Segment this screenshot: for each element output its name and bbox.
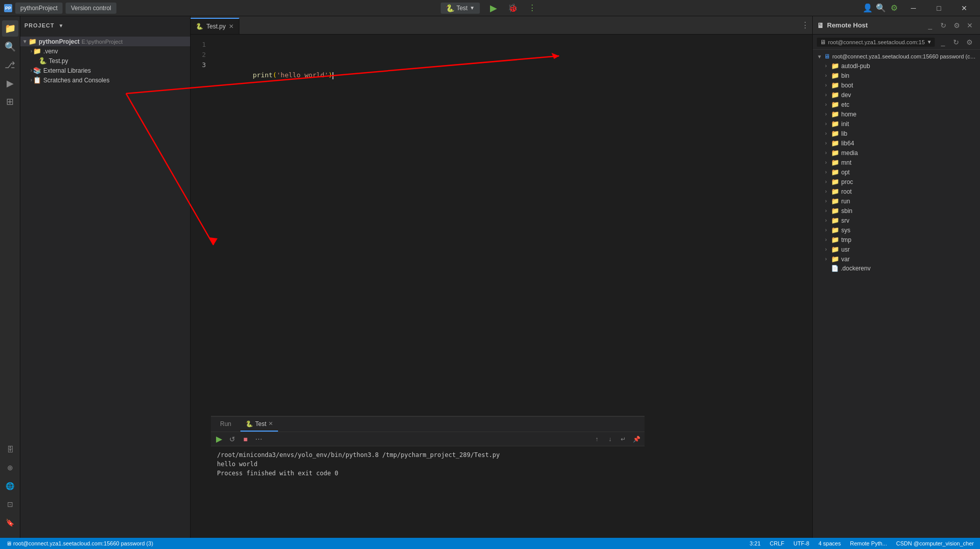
run-play-button[interactable]: ▶ bbox=[488, 3, 499, 14]
explorer-button[interactable]: 📁 bbox=[2, 20, 18, 37]
remote-tree-bin[interactable]: › 📁 bin bbox=[813, 71, 980, 80]
code-string: 'hello world' bbox=[277, 71, 328, 79]
stop-button[interactable]: ■ bbox=[239, 433, 252, 445]
remote-conn-refresh-button[interactable]: ↻ bbox=[950, 36, 962, 48]
remote-tree-etc[interactable]: › 📁 etc bbox=[813, 100, 980, 109]
remote-header-buttons: _ ↻ ⚙ ✕ bbox=[924, 19, 976, 32]
remote-panel-settings-button[interactable]: ⚙ bbox=[951, 19, 963, 32]
terminal-output[interactable]: /root/miniconda3/envs/yolo_env/bin/pytho… bbox=[211, 446, 645, 538]
remote-tree-proc[interactable]: › 📁 proc bbox=[813, 177, 980, 187]
status-line-ending[interactable]: CRLF bbox=[768, 538, 786, 549]
tab-more-button[interactable]: ⋮ bbox=[798, 16, 812, 34]
editor-tab-testpy[interactable]: 🐍 Test.py ✕ bbox=[191, 18, 239, 34]
test-tab[interactable]: 🐍 Test ✕ bbox=[240, 417, 278, 432]
rerun-button[interactable]: ▶ bbox=[213, 433, 225, 445]
remote-tree-opt[interactable]: › 📁 opt bbox=[813, 167, 980, 177]
project-name-button[interactable]: pythonProject bbox=[15, 3, 63, 14]
remote-tree-lib[interactable]: › 📁 lib bbox=[813, 129, 980, 138]
run-activity-button[interactable]: ▶ bbox=[2, 75, 18, 92]
tree-scratches[interactable]: › 📋 Scratches and Consoles bbox=[20, 75, 190, 85]
folder-tmp-icon: 📁 bbox=[831, 236, 839, 243]
remote-conn-chevron: ▼ bbox=[927, 39, 932, 45]
close-button[interactable]: ✕ bbox=[953, 0, 976, 16]
remote-panel-close-button[interactable]: ✕ bbox=[964, 19, 976, 32]
globe-button[interactable]: 🌐 bbox=[2, 478, 18, 494]
database-button[interactable]: 🗄 bbox=[2, 441, 18, 458]
remote-tree-boot[interactable]: › 📁 boot bbox=[813, 80, 980, 90]
remote-tree-var[interactable]: › 📁 var bbox=[813, 254, 980, 264]
remote-conn-close-button[interactable]: ✕ bbox=[976, 36, 980, 48]
remote-header-title: Remote Host bbox=[827, 21, 924, 29]
tree-root[interactable]: ▼ 📁 pythonProject E:\pythonProject bbox=[20, 37, 190, 46]
remote-tree-home[interactable]: › 📁 home bbox=[813, 109, 980, 119]
remote-root-chevron: ▼ bbox=[817, 54, 822, 59]
remote-panel-refresh-button[interactable]: ↻ bbox=[937, 19, 950, 32]
git-button[interactable]: ⎇ bbox=[2, 57, 18, 73]
bookmark-button[interactable]: 🔖 bbox=[2, 514, 18, 531]
remote-panel-hide-button[interactable]: _ bbox=[924, 19, 936, 32]
pin-button[interactable]: 📌 bbox=[630, 433, 642, 445]
remote-tree-run[interactable]: › 📁 run bbox=[813, 196, 980, 206]
vcs-button[interactable]: Version control bbox=[66, 3, 116, 14]
settings-button[interactable]: ⚙ bbox=[889, 3, 900, 14]
status-line-col[interactable]: 3:21 bbox=[748, 538, 762, 549]
file-tree: ▼ 📁 pythonProject E:\pythonProject › 📁 .… bbox=[20, 35, 190, 549]
scroll-up-button[interactable]: ↑ bbox=[591, 433, 603, 445]
remote-item-media-label: media bbox=[841, 149, 858, 157]
run-tab[interactable]: Run bbox=[215, 417, 236, 432]
run-debug-button[interactable]: 🐞 bbox=[507, 3, 518, 14]
rerun2-button[interactable]: ↺ bbox=[226, 433, 238, 445]
remote-tree-lib64[interactable]: › 📁 lib64 bbox=[813, 138, 980, 148]
remote-tree-init[interactable]: › 📁 init bbox=[813, 119, 980, 129]
chevron-proc-icon: › bbox=[823, 179, 829, 185]
remote-tree-autodl-pub[interactable]: › 📁 autodl-pub bbox=[813, 61, 980, 71]
bottom-panel: Run 🐍 Test ✕ ▶ ↺ ■ ⋯ ↑ ↓ ↵ 📌 /ro bbox=[211, 416, 645, 538]
more-button[interactable]: ⋯ bbox=[253, 433, 265, 445]
layers-button[interactable]: ⊕ bbox=[2, 460, 18, 476]
chevron-lib-icon: › bbox=[823, 131, 829, 136]
run-more-button[interactable]: ⋮ bbox=[527, 3, 538, 14]
remote-conn-minus-button[interactable]: _ bbox=[937, 36, 949, 48]
remote-tree-srv[interactable]: › 📁 srv bbox=[813, 216, 980, 225]
remote-tree-media[interactable]: › 📁 media bbox=[813, 148, 980, 158]
remote-tree-mnt[interactable]: › 📁 mnt bbox=[813, 158, 980, 167]
maximize-button[interactable]: □ bbox=[927, 0, 951, 16]
status-remote-host[interactable]: 🖥 root@connect.yza1.seetacloud.com:15660… bbox=[4, 538, 155, 549]
tree-testpy[interactable]: 🐍 Test.py bbox=[20, 56, 190, 66]
chevron-right-icon: › bbox=[30, 48, 32, 54]
remote-item-var-label: var bbox=[841, 256, 850, 263]
search-activity-button[interactable]: 🔍 bbox=[2, 39, 18, 55]
scroll-down-button[interactable]: ↓ bbox=[604, 433, 616, 445]
remote-tree-root[interactable]: › 📁 root bbox=[813, 187, 980, 196]
tree-venv[interactable]: › 📁 .venv bbox=[20, 46, 190, 56]
tab-label: Test.py bbox=[206, 23, 226, 30]
extensions-button[interactable]: ⊞ bbox=[2, 94, 18, 110]
remote-conn-settings-button[interactable]: ⚙ bbox=[963, 36, 975, 48]
terminal-line-2: hello world bbox=[217, 460, 638, 469]
remote-root-node[interactable]: ▼ 🖥 root@connect.yza1.seetacloud.com:156… bbox=[813, 52, 980, 61]
remote-header-icon: 🖥 bbox=[817, 21, 824, 29]
remote-tree-tmp[interactable]: › 📁 tmp bbox=[813, 235, 980, 245]
status-encoding[interactable]: UTF-8 bbox=[791, 538, 811, 549]
titlebar: PP pythonProject Version control 🐍 Test … bbox=[0, 0, 980, 16]
test-tab-close-button[interactable]: ✕ bbox=[268, 420, 273, 427]
statusbar: 🖥 root@connect.yza1.seetacloud.com:15660… bbox=[0, 538, 980, 549]
remote-tree-usr[interactable]: › 📁 usr bbox=[813, 245, 980, 254]
profile-button[interactable]: 👤 bbox=[862, 3, 873, 14]
terminal-activity-button[interactable]: ⊡ bbox=[2, 496, 18, 512]
soft-wrap-button[interactable]: ↵ bbox=[617, 433, 629, 445]
search-button[interactable]: 🔍 bbox=[875, 3, 886, 14]
sidebar-title: Project ▼ bbox=[24, 22, 64, 28]
folder-sbin-icon: 📁 bbox=[831, 207, 839, 215]
remote-tree-sys[interactable]: › 📁 sys bbox=[813, 225, 980, 235]
tab-close-button[interactable]: ✕ bbox=[229, 23, 234, 29]
run-config-button[interactable]: 🐍 Test ▼ bbox=[441, 3, 480, 14]
status-interpreter[interactable]: Remote Pyth... bbox=[848, 538, 889, 549]
minimize-button[interactable]: ─ bbox=[902, 0, 925, 16]
sidebar-header: Project ▼ bbox=[20, 16, 190, 35]
status-indent[interactable]: 4 spaces bbox=[816, 538, 843, 549]
tree-external-libs[interactable]: › 📚 External Libraries bbox=[20, 66, 190, 75]
remote-tree-dockerenv[interactable]: 📄 .dockerenv bbox=[813, 264, 980, 273]
remote-tree-sbin[interactable]: › 📁 sbin bbox=[813, 206, 980, 216]
remote-tree-dev[interactable]: › 📁 dev bbox=[813, 90, 980, 100]
